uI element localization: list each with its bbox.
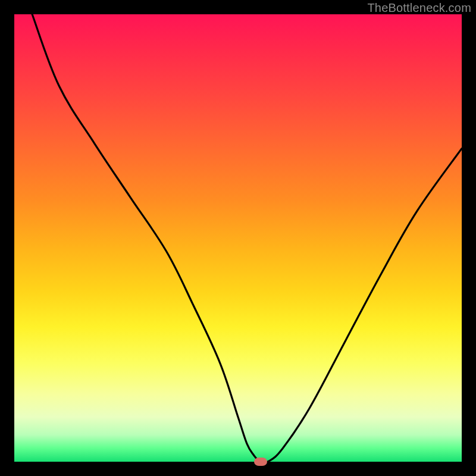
chart-frame: TheBottleneck.com: [0, 0, 476, 476]
watermark-text: TheBottleneck.com: [367, 1, 471, 15]
optimal-marker: [254, 458, 267, 466]
curve-path: [32, 14, 462, 462]
bottleneck-curve: [14, 14, 462, 462]
plot-area: [14, 14, 462, 462]
